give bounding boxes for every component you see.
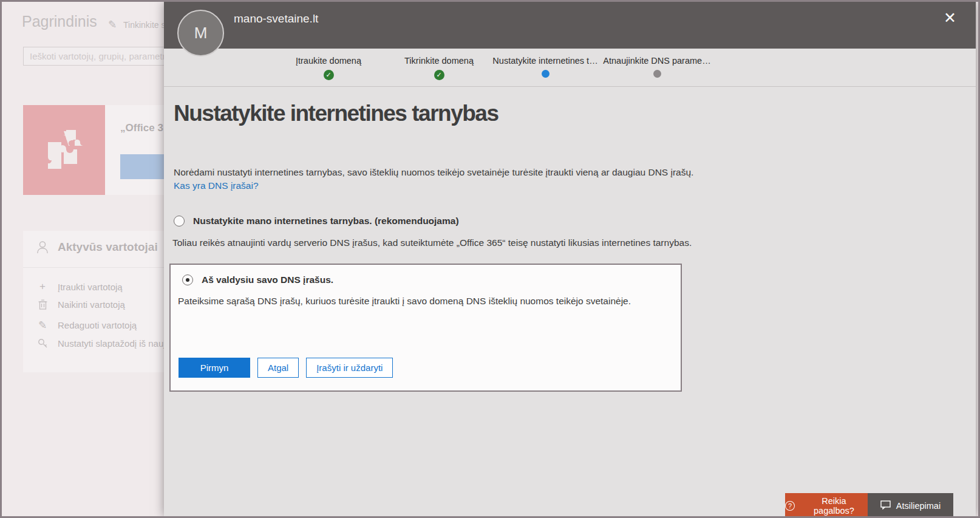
- radio-option-manage-dns[interactable]: Aš valdysiu savo DNS įrašus.: [182, 274, 333, 285]
- help-icon: ?: [785, 501, 795, 511]
- check-icon: ✓: [434, 70, 444, 80]
- option-description: Pateiksime sąrašą DNS įrašų, kuriuos tur…: [178, 296, 631, 307]
- selected-option-box: Aš valdysiu savo DNS įrašus. Pateiksime …: [169, 264, 682, 392]
- feedback-button[interactable]: Atsiliepimai: [868, 493, 953, 518]
- step-update-dns: Atnaujinkite DNS parame…: [590, 49, 724, 80]
- wizard-heading: Nustatykite internetines tarnybas: [174, 101, 498, 126]
- save-and-close-button[interactable]: Įrašyti ir uždaryti: [306, 358, 393, 378]
- wizard-header: mano-svetaine.lt ✕: [164, 2, 976, 49]
- need-help-button[interactable]: ? Reikia pagalbos?: [785, 493, 868, 518]
- need-help-label: Reikia pagalbos?: [800, 496, 868, 516]
- close-icon[interactable]: ✕: [944, 9, 956, 27]
- screen: Pagrindinis ✎ Tinkinkite sa: [0, 0, 980, 518]
- domain-setup-wizard-panel: mano-svetaine.lt ✕ M Įtraukite domeną ✓ …: [164, 2, 976, 516]
- dns-records-link[interactable]: Kas yra DNS įrašai?: [174, 180, 259, 191]
- wizard-steps-bar: Įtraukite domeną ✓ Tikrinkite domeną ✓ N…: [164, 49, 976, 87]
- speech-bubble-icon: [880, 500, 891, 511]
- next-button[interactable]: Pirmyn: [179, 358, 250, 378]
- avatar: M: [177, 10, 224, 56]
- wizard-intro-text: Norėdami nustatyti internetines tarnybas…: [174, 167, 693, 178]
- option-description: Toliau reikės atnaujinti vardų serverio …: [172, 237, 692, 248]
- feedback-label: Atsiliepimai: [896, 501, 941, 511]
- radio-selected-icon[interactable]: [182, 274, 193, 285]
- wizard-domain-title: mano-svetaine.lt: [234, 12, 318, 26]
- back-button[interactable]: Atgal: [257, 358, 299, 378]
- check-icon: ✓: [324, 70, 334, 80]
- current-step-dot: [542, 70, 550, 78]
- pending-step-dot: [653, 70, 661, 78]
- wizard-button-row: Pirmyn Atgal Įrašyti ir uždaryti: [179, 358, 393, 378]
- radio-icon[interactable]: [174, 216, 185, 227]
- radio-option-setup-services[interactable]: Nustatykite mano internetines tarnybas. …: [174, 216, 459, 227]
